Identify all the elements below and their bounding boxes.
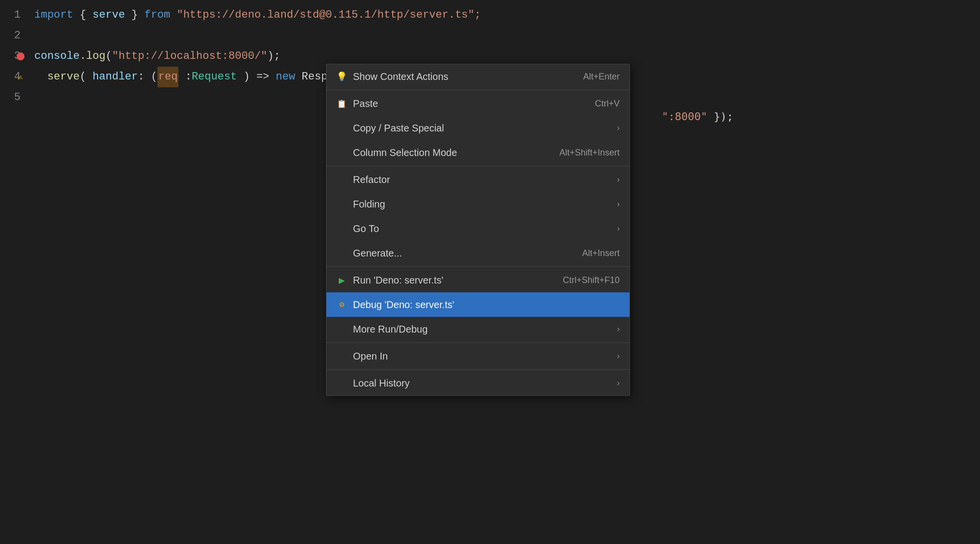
context-menu: 💡 Show Context Actions Alt+Enter 📋 Paste… [326, 64, 630, 396]
menu-label-paste: Paste [353, 98, 378, 109]
run-icon: ▶ [336, 275, 347, 285]
line-num-4: 4 ⚠ [0, 67, 21, 87]
menu-item-open-in[interactable]: Open In › [327, 344, 629, 368]
arrow-more-run-debug: › [617, 325, 620, 334]
arrow-open-in: › [617, 352, 620, 361]
param-req: req [157, 67, 179, 87]
menu-item-generate[interactable]: Generate... Alt+Insert [327, 241, 629, 265]
shortcut-paste: Ctrl+V [595, 99, 620, 109]
menu-label-refactor: Refactor [353, 174, 390, 185]
menu-item-folding[interactable]: Folding › [327, 192, 629, 216]
separator-4 [327, 342, 629, 343]
menu-label-open-in: Open In [353, 351, 388, 362]
folding-icon [336, 199, 347, 209]
line-num-1: 1 [0, 5, 21, 26]
menu-item-refactor[interactable]: Refactor › [327, 167, 629, 192]
menu-item-more-run-debug[interactable]: More Run/Debug › [327, 317, 629, 341]
menu-item-go-to[interactable]: Go To › [327, 216, 629, 241]
refactor-icon [336, 174, 347, 185]
more-run-debug-icon [336, 324, 347, 335]
shortcut-generate: Alt+Insert [582, 248, 620, 259]
shortcut-run: Ctrl+Shift+F10 [563, 275, 620, 285]
arrow-local-history: › [617, 379, 620, 388]
line-numbers: 1 2 3 4 ⚠ 5 [0, 5, 29, 108]
paste-icon: 📋 [336, 98, 347, 109]
menu-label-debug: Debug 'Deno: server.ts' [353, 299, 454, 311]
shortcut-column-selection: Alt+Shift+Insert [559, 148, 620, 158]
copy-paste-special-icon [336, 123, 347, 133]
menu-label-more-run-debug: More Run/Debug [353, 324, 427, 335]
menu-item-debug[interactable]: ⚙ Debug 'Deno: server.ts' [327, 292, 629, 317]
bulb-icon: 💡 [336, 71, 347, 82]
menu-label-folding: Folding [353, 199, 385, 210]
menu-item-column-selection-mode[interactable]: Column Selection Mode Alt+Shift+Insert [327, 140, 629, 165]
arrow-go-to: › [617, 224, 620, 233]
kw-import: import [34, 5, 73, 26]
column-selection-icon [336, 147, 347, 158]
breakpoint-indicator [17, 52, 25, 60]
generate-icon [336, 248, 347, 259]
menu-label-run: Run 'Deno: server.ts' [353, 275, 443, 286]
code-line-2 [34, 26, 980, 46]
code-line-1: import { serve } from "https://deno.land… [34, 5, 980, 26]
menu-label-column-selection: Column Selection Mode [353, 147, 457, 158]
menu-item-run[interactable]: ▶ Run 'Deno: server.ts' Ctrl+Shift+F10 [327, 268, 629, 292]
arrow-refactor: › [617, 175, 620, 184]
separator-1 [327, 90, 629, 90]
line-4-continuation: ":8000" }); [662, 106, 733, 127]
open-in-icon [336, 351, 347, 362]
menu-label-generate: Generate... [353, 248, 402, 259]
go-to-icon [336, 223, 347, 234]
separator-2 [327, 166, 629, 166]
separator-3 [327, 266, 629, 267]
menu-label-show-context-actions: Show Context Actions [353, 71, 449, 82]
line-num-3: 3 [0, 46, 21, 67]
warning-icon: ⚠ [17, 73, 25, 81]
menu-label-copy-paste-special: Copy / Paste Special [353, 123, 444, 134]
separator-5 [327, 369, 629, 370]
line-num-2: 2 [0, 26, 21, 46]
menu-item-local-history[interactable]: Local History › [327, 371, 629, 395]
menu-item-show-context-actions[interactable]: 💡 Show Context Actions Alt+Enter [327, 64, 629, 89]
menu-label-local-history: Local History [353, 378, 410, 389]
local-history-icon [336, 378, 347, 389]
arrow-folding: › [617, 200, 620, 208]
arrow-copy-paste-special: › [617, 124, 620, 132]
menu-label-go-to: Go To [353, 223, 379, 234]
menu-item-paste[interactable]: 📋 Paste Ctrl+V [327, 91, 629, 116]
menu-item-copy-paste-special[interactable]: Copy / Paste Special › [327, 116, 629, 140]
debug-icon: ⚙ [336, 299, 347, 310]
line-num-5: 5 [0, 87, 21, 108]
shortcut-show-context-actions: Alt+Enter [583, 72, 620, 82]
